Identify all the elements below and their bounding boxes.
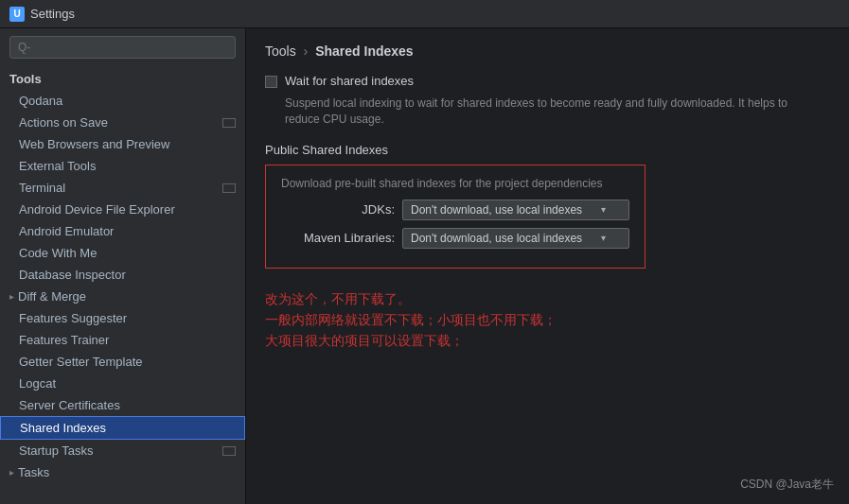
jdks-label: JDKs: xyxy=(281,202,395,217)
sidebar-item-label-3: External Tools xyxy=(19,159,236,173)
annotation-lines: 改为这个，不用下载了。一般内部网络就设置不下载；小项目也不用下载；大项目很大的项… xyxy=(265,291,830,350)
sidebar-item-4[interactable]: Terminal xyxy=(0,177,245,199)
annotation-line-0: 改为这个，不用下载了。 xyxy=(265,291,830,308)
annotation-line-1: 一般内部网络就设置不下载；小项目也不用下载； xyxy=(265,312,830,329)
wait-indexes-row: Wait for shared indexes xyxy=(265,74,830,88)
maven-dropdown-arrow: ▾ xyxy=(601,233,606,243)
sidebar-item-label-15: Shared Indexes xyxy=(20,421,235,435)
sidebar-items-container: QodanaActions on SaveWeb Browsers and Pr… xyxy=(0,90,245,483)
sidebar-item-11[interactable]: Features Trainer xyxy=(0,329,245,351)
maven-label: Maven Libraries: xyxy=(281,231,395,245)
sidebar-item-15[interactable]: Shared Indexes xyxy=(0,416,245,440)
title-bar: U Settings xyxy=(0,0,849,28)
sidebar-arrow-17: ▸ xyxy=(9,467,14,478)
sidebar-item-9[interactable]: ▸ Diff & Merge xyxy=(0,286,245,307)
sidebar-item-label-17: Tasks xyxy=(18,465,236,479)
indexes-config-box: Download pre-built shared indexes for th… xyxy=(265,165,646,269)
sidebar: Tools QodanaActions on SaveWeb Browsers … xyxy=(0,28,246,504)
jdks-dropdown-value: Don't download, use local indexes xyxy=(411,203,582,217)
sidebar-item-label-1: Actions on Save xyxy=(19,115,219,130)
window-title: Settings xyxy=(30,7,75,21)
wait-indexes-checkbox[interactable] xyxy=(265,76,277,88)
sidebar-item-label-2: Web Browsers and Preview xyxy=(19,137,236,151)
annotation-block: 改为这个，不用下载了。一般内部网络就设置不下载；小项目也不用下载；大项目很大的项… xyxy=(265,291,830,350)
sidebar-item-17[interactable]: ▸ Tasks xyxy=(0,461,245,483)
jdks-dropdown-arrow: ▾ xyxy=(601,204,606,215)
sidebar-item-label-9: Diff & Merge xyxy=(18,289,236,304)
sidebar-indicator-1 xyxy=(222,118,236,128)
maven-dropdown[interactable]: Don't download, use local indexes ▾ xyxy=(402,228,629,249)
search-input[interactable] xyxy=(9,36,236,59)
jdks-field-row: JDKs: Don't download, use local indexes … xyxy=(281,200,629,220)
sidebar-item-label-6: Android Emulator xyxy=(19,224,236,238)
sidebar-item-label-8: Database Inspector xyxy=(19,268,236,282)
jdks-dropdown[interactable]: Don't download, use local indexes ▾ xyxy=(402,200,629,220)
sidebar-item-12[interactable]: Getter Setter Template xyxy=(0,351,245,373)
sidebar-item-13[interactable]: Logcat xyxy=(0,373,245,394)
content-area: Tools › Shared Indexes Wait for shared i… xyxy=(246,28,849,504)
sidebar-item-7[interactable]: Code With Me xyxy=(0,242,245,264)
maven-dropdown-value: Don't download, use local indexes xyxy=(411,232,582,245)
maven-field-row: Maven Libraries: Don't download, use loc… xyxy=(281,228,629,249)
public-section-title: Public Shared Indexes xyxy=(265,143,830,157)
sidebar-indicator-16 xyxy=(222,446,236,456)
sidebar-item-1[interactable]: Actions on Save xyxy=(0,112,245,133)
sidebar-section-label: Tools xyxy=(0,66,245,90)
sidebar-item-16[interactable]: Startup Tasks xyxy=(0,440,245,461)
wait-indexes-desc: Suspend local indexing to wait for share… xyxy=(285,96,815,128)
box-description: Download pre-built shared indexes for th… xyxy=(281,177,629,190)
sidebar-item-10[interactable]: Features Suggester xyxy=(0,307,245,329)
breadcrumb: Tools › Shared Indexes xyxy=(265,43,830,59)
sidebar-item-14[interactable]: Server Certificates xyxy=(0,394,245,416)
sidebar-item-3[interactable]: External Tools xyxy=(0,155,245,177)
wait-indexes-label: Wait for shared indexes xyxy=(285,74,414,88)
sidebar-arrow-9: ▸ xyxy=(9,291,14,302)
breadcrumb-sep: › xyxy=(304,43,309,59)
sidebar-item-label-0: Qodana xyxy=(19,94,236,108)
sidebar-item-2[interactable]: Web Browsers and Preview xyxy=(0,133,245,155)
sidebar-item-label-16: Startup Tasks xyxy=(19,443,219,458)
sidebar-indicator-4 xyxy=(222,183,236,193)
sidebar-item-label-10: Features Suggester xyxy=(19,311,236,325)
sidebar-item-label-13: Logcat xyxy=(19,376,236,391)
sidebar-item-label-5: Android Device File Explorer xyxy=(19,202,236,217)
sidebar-item-5[interactable]: Android Device File Explorer xyxy=(0,199,245,220)
sidebar-item-label-7: Code With Me xyxy=(19,246,236,260)
search-box xyxy=(0,28,245,66)
annotation-line-2: 大项目很大的项目可以设置下载； xyxy=(265,333,830,350)
app-icon: U xyxy=(9,7,25,22)
sidebar-item-label-12: Getter Setter Template xyxy=(19,355,236,369)
sidebar-item-0[interactable]: Qodana xyxy=(0,90,245,112)
breadcrumb-current: Shared Indexes xyxy=(315,43,414,59)
sidebar-item-8[interactable]: Database Inspector xyxy=(0,264,245,286)
sidebar-item-6[interactable]: Android Emulator xyxy=(0,220,245,242)
sidebar-item-label-4: Terminal xyxy=(19,181,219,195)
sidebar-item-label-14: Server Certificates xyxy=(19,398,236,412)
main-layout: Tools QodanaActions on SaveWeb Browsers … xyxy=(0,28,849,504)
watermark: CSDN @Java老牛 xyxy=(740,477,834,493)
breadcrumb-parent: Tools xyxy=(265,43,296,59)
sidebar-item-label-11: Features Trainer xyxy=(19,333,236,347)
